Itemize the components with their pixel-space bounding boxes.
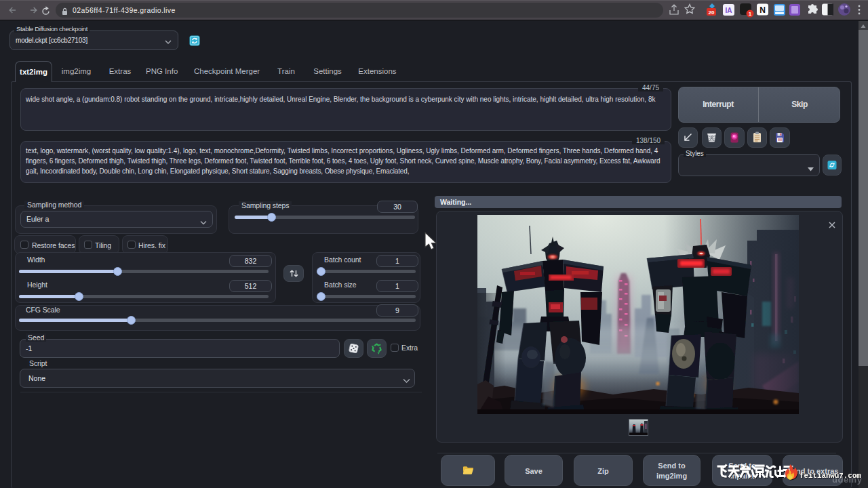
svg-text:1: 1 <box>749 11 752 17</box>
svg-text:IA: IA <box>726 7 732 14</box>
svg-text:N: N <box>760 5 766 15</box>
svg-text:20: 20 <box>709 9 715 16</box>
svg-text:feitianwu7.com: feitianwu7.com <box>800 472 861 480</box>
